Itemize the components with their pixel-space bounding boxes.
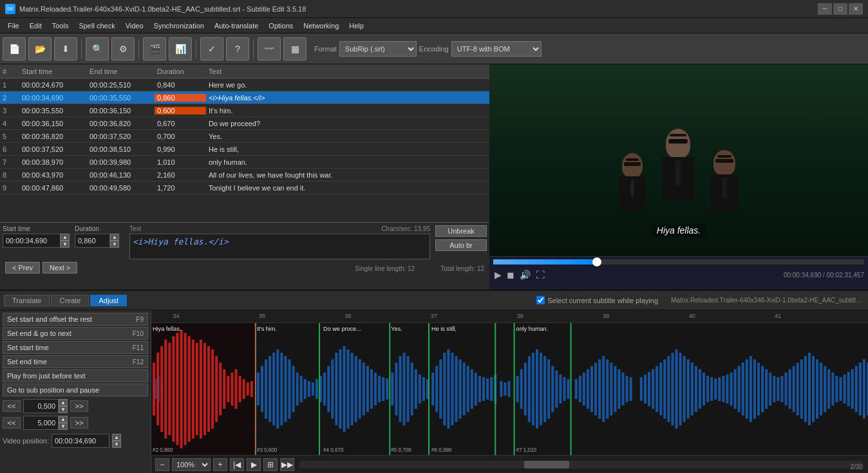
waveform2-button[interactable]: 〰 xyxy=(258,37,281,60)
nav-row: < Prev Next > xyxy=(5,262,77,274)
next-button[interactable]: Next > xyxy=(42,262,77,274)
settings-button[interactable]: ⚙ xyxy=(111,37,135,60)
duration-label: Duration xyxy=(75,225,119,232)
video-pos-down[interactable]: ▼ xyxy=(112,441,121,448)
step2-forward-button[interactable]: >> xyxy=(70,417,88,429)
zoom-in-button[interactable]: + xyxy=(213,458,227,471)
subtitle-list[interactable]: 1 00:00:24,670 00:00:25,510 0,840 Here w… xyxy=(0,79,489,194)
duration-input[interactable] xyxy=(75,234,110,248)
waveform-visual[interactable]: Hiya fellas. It's him. Do we proce... Ye… xyxy=(151,323,868,455)
table-row[interactable]: 2 00:00:34,690 00:00:35,550 0,860 <i>Hiy… xyxy=(0,91,489,104)
tab-adjust[interactable]: Adjust xyxy=(90,295,127,306)
scrollbar-thumb[interactable] xyxy=(524,461,569,468)
edit-row: Start time ▲ ▼ Duration xyxy=(3,225,487,259)
step2-back-button[interactable]: << xyxy=(3,417,21,429)
waveform-nav1[interactable]: ⊞ xyxy=(263,458,278,471)
play-ctrl-button[interactable]: |◀ xyxy=(230,458,244,471)
menu-synchronization[interactable]: Synchronization xyxy=(149,21,209,31)
go-to-sub-pause-button[interactable]: Go to sub position and pause xyxy=(3,384,148,396)
waveform-button[interactable]: 📊 xyxy=(169,37,192,60)
maximize-button[interactable]: □ xyxy=(833,3,847,15)
minimize-button[interactable]: ─ xyxy=(818,3,832,15)
search-button[interactable]: 🔍 xyxy=(86,37,109,60)
step2-up[interactable]: ▲ xyxy=(59,416,68,423)
zoom-out-button[interactable]: − xyxy=(155,458,169,471)
encoding-select[interactable]: UTF-8 with BOM xyxy=(451,41,542,57)
step2-value-input[interactable] xyxy=(23,416,59,430)
table-row[interactable]: 1 00:00:24,670 00:00:25,510 0,840 Here w… xyxy=(0,79,489,91)
step1-up[interactable]: ▲ xyxy=(59,399,68,406)
subtitle-text-input[interactable]: <i>Hiya fellas.</i> xyxy=(129,234,430,259)
waveform-nav2[interactable]: ▶▶ xyxy=(280,458,294,471)
prev-button[interactable]: < Prev xyxy=(5,262,40,274)
waveform-scrollbar[interactable] xyxy=(299,461,862,468)
auto-br-button[interactable]: Auto br xyxy=(435,239,487,251)
table-row[interactable]: 6 00:00:37,520 00:00:38,510 0,990 He is … xyxy=(0,143,489,156)
stop-button[interactable]: ◼ xyxy=(505,268,516,281)
video-pos-up[interactable]: ▲ xyxy=(112,434,121,441)
video-button[interactable]: 🎬 xyxy=(143,37,166,60)
menu-tools[interactable]: Tools xyxy=(47,21,74,31)
svg-text:He is still,: He is still, xyxy=(431,326,457,332)
menu-networking[interactable]: Networking xyxy=(298,21,344,31)
start-time-up[interactable]: ▲ xyxy=(61,234,70,241)
menu-edit[interactable]: Edit xyxy=(24,21,47,31)
svg-rect-167 xyxy=(808,353,811,425)
tab-translate[interactable]: Translate xyxy=(4,295,50,306)
svg-rect-57 xyxy=(359,359,361,418)
open-button[interactable]: 📂 xyxy=(28,37,52,60)
help-toolbar-button[interactable]: ? xyxy=(226,37,249,60)
menu-autotranslate[interactable]: Auto-translate xyxy=(209,21,263,31)
unbreak-button[interactable]: Unbreak xyxy=(435,225,487,237)
set-end-go-next-button[interactable]: Set end & go to next F10 xyxy=(3,327,148,340)
frames-button[interactable]: ▦ xyxy=(283,37,307,60)
chars-sec: Chars/sec: 13,95 xyxy=(381,225,430,232)
format-select[interactable]: SubRip (.srt) xyxy=(339,41,417,57)
menu-video[interactable]: Video xyxy=(120,21,149,31)
step1-forward-button[interactable]: >> xyxy=(70,400,88,412)
duration-down[interactable]: ▼ xyxy=(110,241,119,248)
spellcheck-button[interactable]: ✓ xyxy=(200,37,223,60)
menu-spellcheck[interactable]: Spell check xyxy=(73,21,120,31)
menu-options[interactable]: Options xyxy=(263,21,298,31)
table-row[interactable]: 3 00:00:35,550 00:00:36,150 0,600 It's h… xyxy=(0,104,489,117)
set-start-time-button[interactable]: Set start time F11 xyxy=(3,341,148,354)
download-button[interactable]: ⬇ xyxy=(54,37,77,60)
play-button2[interactable]: ▶ xyxy=(247,458,261,471)
fullscreen-button[interactable]: ⛶ xyxy=(534,268,546,281)
step1-down[interactable]: ▼ xyxy=(59,406,68,413)
menu-file[interactable]: File xyxy=(3,21,24,31)
svg-text:#2  0,860: #2 0,860 xyxy=(153,447,173,453)
svg-rect-120 xyxy=(618,369,620,409)
step2-down[interactable]: ▼ xyxy=(59,423,68,430)
video-pos-input[interactable] xyxy=(52,434,109,448)
tab-create[interactable]: Create xyxy=(51,295,89,306)
table-row[interactable]: 7 00:00:38,970 00:00:39,980 1,010 only h… xyxy=(0,156,489,169)
video-progress[interactable] xyxy=(493,259,864,264)
mute-button[interactable]: 🔊 xyxy=(518,268,532,281)
zoom-select[interactable]: 100% 25% 50% 200% 400% xyxy=(172,458,211,471)
set-end-time-button[interactable]: Set end time F12 xyxy=(3,355,148,368)
select-current-checkbox[interactable] xyxy=(536,296,545,304)
new-button[interactable]: 📄 xyxy=(3,37,26,60)
step1-back-button[interactable]: << xyxy=(3,400,21,412)
table-row[interactable]: 4 00:00:36,150 00:00:36,820 0,670 Do we … xyxy=(0,117,489,130)
table-row[interactable]: 9 00:00:47,860 00:00:49,580 1,720 Tonigh… xyxy=(0,181,489,194)
duration-up[interactable]: ▲ xyxy=(110,234,119,241)
svg-rect-41 xyxy=(296,373,299,405)
menu-help[interactable]: Help xyxy=(344,21,369,31)
progress-thumb[interactable] xyxy=(592,257,601,266)
start-time-down[interactable]: ▼ xyxy=(61,241,70,248)
play-button[interactable]: ▶ xyxy=(493,268,503,281)
time-display: 00:00:34,690 / 00:02:31,457 xyxy=(784,272,864,279)
svg-rect-71 xyxy=(415,369,417,409)
row-dur: 0,860 xyxy=(155,94,206,102)
table-row[interactable]: 5 00:00:36,820 00:00:37,520 0,700 Yes. xyxy=(0,130,489,143)
start-time-input[interactable] xyxy=(3,234,61,248)
step1-value-input[interactable] xyxy=(23,399,59,413)
table-row[interactable]: 8 00:00:43,970 00:00:46,130 2,160 All of… xyxy=(0,169,489,181)
svg-rect-169 xyxy=(816,359,818,418)
play-from-before-button[interactable]: Play from just before text xyxy=(3,369,148,382)
set-start-offset-button[interactable]: Set start and offset the rest F9 xyxy=(3,313,148,326)
close-button[interactable]: ✕ xyxy=(849,3,863,15)
